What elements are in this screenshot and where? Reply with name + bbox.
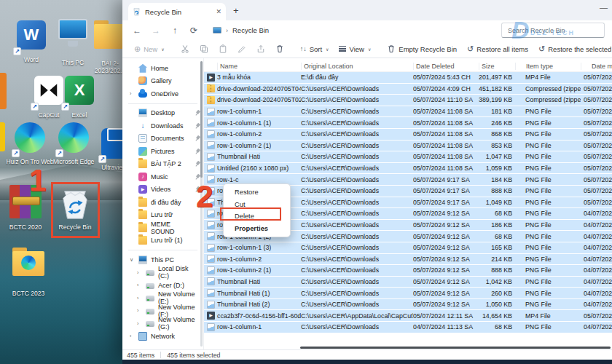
- file-date-deleted: 05/07/2024 11:08 SA: [413, 119, 479, 127]
- sidebar-item[interactable]: Music: [122, 170, 203, 183]
- file-row[interactable]: row-1-column-1 (3) C:\Users\ACER\Downloa…: [204, 242, 612, 254]
- column-header-name[interactable]: Name: [217, 63, 301, 70]
- file-item-type: MP4 File: [515, 74, 581, 81]
- expander-icon[interactable]: ›: [137, 282, 142, 288]
- file-row[interactable]: row-1-column-2 C:\Users\ACER\Downloads 0…: [204, 254, 612, 266]
- file-row[interactable]: Thumbnail Hati C:\Users\ACER\Downloads 0…: [204, 277, 612, 288]
- file-item-type: PNG File: [515, 165, 581, 172]
- file-name: row-1-column-2: [217, 130, 301, 138]
- file-size: 451,182 KB: [479, 85, 515, 92]
- tab-recycle-bin[interactable]: Recycle Bin ✕: [128, 3, 226, 20]
- desktop-icon-bctc-folder[interactable]: BCTC 2023: [4, 246, 52, 298]
- empty-recycle-bin-button[interactable]: Empty Recycle Bin: [382, 44, 461, 53]
- file-date-modified: 04/07/2024 12:: [581, 301, 612, 308]
- file-row[interactable]: row-1-column-2 (1) C:\Users\ACER\Downloa…: [204, 141, 612, 152]
- file-row[interactable]: Thumbnail Hati (1) C:\Users\ACER\Downloa…: [204, 288, 612, 299]
- expander-icon[interactable]: ›: [130, 91, 135, 96]
- share-button[interactable]: [252, 44, 270, 53]
- expander-icon[interactable]: ›: [137, 321, 142, 326]
- file-item-type: PNG File: [515, 278, 581, 285]
- column-header-size[interactable]: Size: [479, 63, 515, 70]
- restore-selected-items-button[interactable]: ↺Restore the selected items: [534, 44, 612, 54]
- file-row[interactable]: cca2b3f7-0c6d-4156-bff1-60d2162759... C:…: [204, 310, 612, 322]
- sidebar-item[interactable]: › OneDrive: [122, 87, 203, 100]
- expander-icon[interactable]: ∨: [130, 257, 135, 263]
- context-menu-item[interactable]: Properties: [224, 223, 290, 235]
- column-header-deleted[interactable]: Date Deleted: [413, 63, 479, 70]
- context-menu-item[interactable]: Restore: [224, 186, 290, 199]
- sidebar-scrollbar-thumb[interactable]: [200, 61, 203, 178]
- expander-icon[interactable]: ›: [137, 270, 142, 275]
- cut-button[interactable]: [176, 44, 194, 53]
- sidebar-item[interactable]: › New Volume (F:): [122, 304, 203, 317]
- sidebar-item[interactable]: Home: [122, 62, 203, 75]
- sidebar-item[interactable]: Pictures: [122, 145, 203, 158]
- sidebar-item[interactable]: › New Volume (G:): [122, 317, 203, 331]
- desktop-icon-edge-support[interactable]: ↗ Huiz On Tro Web: [3, 121, 57, 166]
- sidebar-item[interactable]: đi đâu đây: [122, 196, 203, 209]
- desktop-icon-edge[interactable]: ↗ Microsoft Edge: [50, 121, 98, 166]
- shortcut-arrow-icon: ↗: [55, 149, 63, 157]
- file-name: 3 mẫu khóa: [217, 74, 301, 81]
- new-tab-button[interactable]: +: [233, 5, 239, 16]
- file-row[interactable]: drive-download-20240705T020213Z-0... C:\…: [204, 95, 612, 106]
- sidebar-item[interactable]: Lưu trữ: [122, 209, 203, 222]
- forward-icon[interactable]: →: [147, 25, 165, 36]
- sidebar-item[interactable]: › New Volume (E:): [122, 292, 203, 305]
- divider: [160, 352, 161, 358]
- file-row[interactable]: row-1-column-1 (1) C:\Users\ACER\Downloa…: [204, 117, 612, 129]
- column-header-location[interactable]: Original Location: [301, 63, 413, 70]
- file-row[interactable]: row-1-column-1 C:\Users\ACER\Downloads 0…: [204, 322, 612, 333]
- sidebar-item[interactable]: › Network: [122, 330, 203, 343]
- sidebar-item-icon: [138, 76, 147, 85]
- copy-button[interactable]: [195, 44, 213, 53]
- sidebar-item[interactable]: Gallery: [122, 75, 203, 88]
- expander-icon[interactable]: ›: [137, 308, 142, 313]
- file-row[interactable]: drive-download-20240705T041827Z-0... C:\…: [204, 84, 612, 95]
- breadcrumb[interactable]: › Recycle Bin: [208, 23, 500, 39]
- sidebar-item[interactable]: BÀI TẬP 2: [122, 158, 203, 171]
- file-size: 68 KB: [479, 210, 515, 217]
- sidebar-item[interactable]: Videos: [122, 183, 203, 197]
- file-row[interactable]: Thumbnail Hati (2) C:\Users\ACER\Downloa…: [204, 299, 612, 311]
- restore-all-items-button[interactable]: ↺Restore all items: [463, 44, 533, 54]
- file-row[interactable]: 3 mẫu khóa E:\đi đâu đây 05/07/2024 5:43…: [204, 72, 612, 84]
- expander-icon[interactable]: ›: [137, 296, 142, 301]
- sidebar-item[interactable]: Documents: [122, 132, 203, 146]
- file-date-deleted: 05/07/2024 9:12 SA: [413, 210, 479, 217]
- expander-icon[interactable]: ›: [130, 333, 135, 339]
- up-icon[interactable]: ↑: [166, 25, 184, 36]
- divider: [128, 103, 197, 104]
- file-date-deleted: 05/07/2024 9:12 SA: [413, 301, 479, 308]
- minimize-button[interactable]: —: [600, 3, 608, 12]
- sidebar-item[interactable]: Downloads: [122, 119, 203, 132]
- sidebar-item[interactable]: Lưu trữ (1): [122, 234, 203, 248]
- horizontal-scrollbar[interactable]: [300, 347, 611, 349]
- sidebar-item[interactable]: ∨ This PC: [122, 253, 203, 266]
- sidebar-item-icon: [146, 270, 154, 276]
- delete-button[interactable]: [271, 44, 289, 53]
- sidebar-item[interactable]: Desktop: [122, 107, 203, 120]
- sort-button[interactable]: ↑↓Sort∨: [296, 45, 334, 53]
- sidebar-item[interactable]: › Acer (D:): [122, 279, 203, 292]
- file-row[interactable]: row-1-column-2 C:\Users\ACER\Downloads 0…: [204, 129, 612, 141]
- view-button[interactable]: View∨: [334, 45, 375, 53]
- file-row[interactable]: row-1-column-2 (1) C:\Users\ACER\Downloa…: [204, 265, 612, 277]
- file-name: Thumbnail Hati: [217, 153, 301, 160]
- status-bar: 455 items 455 items selected: [122, 349, 612, 360]
- file-row[interactable]: row-1-column-1 C:\Users\ACER\Downloads 0…: [204, 106, 612, 118]
- file-row[interactable]: Thumbnail Hati C:\Users\ACER\Downloads 0…: [204, 151, 612, 163]
- file-row[interactable]: Untitled (2160 x 1080 px) C:\Users\ACER\…: [204, 163, 612, 175]
- search-input[interactable]: [501, 23, 605, 38]
- refresh-icon[interactable]: ⟳: [185, 25, 203, 36]
- desktop-icon-excel[interactable]: X↗ Excel: [55, 74, 103, 119]
- new-button[interactable]: ⊕New∨: [130, 44, 169, 54]
- column-header-modified[interactable]: Date modified: [581, 63, 612, 70]
- back-icon[interactable]: ←: [128, 25, 146, 36]
- paste-button[interactable]: [214, 44, 232, 53]
- sidebar-item[interactable]: › Local Disk (C:): [122, 266, 203, 280]
- column-header-type[interactable]: Item type: [515, 63, 581, 70]
- sidebar-item[interactable]: MEME SOUND: [122, 221, 203, 234]
- rename-button[interactable]: [233, 44, 251, 53]
- tab-close-icon[interactable]: ✕: [216, 8, 221, 15]
